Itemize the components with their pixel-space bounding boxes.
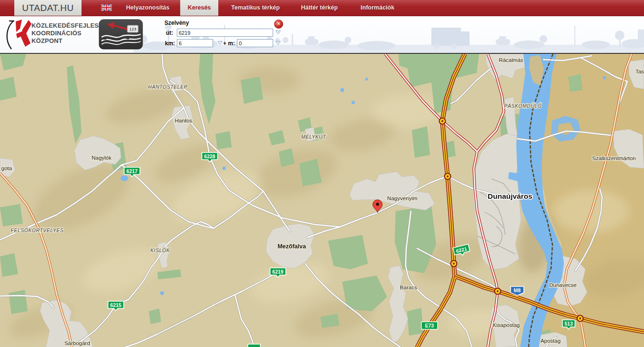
map-label-fels-kortv-lyes: FELSŐKORTVÉLYES <box>11 227 64 233</box>
map-label-szalkszentm-rton: Szalkszentmárton <box>592 155 635 161</box>
field-label-km: km: <box>165 40 175 47</box>
road-dropdown-arrow-icon[interactable] <box>275 30 281 35</box>
map-label-nagyl-k: Nagylók <box>92 155 112 161</box>
km-input[interactable] <box>177 39 213 47</box>
kkk-logo-icon <box>4 19 31 51</box>
nav-item-informaciok[interactable]: Információk <box>344 0 411 16</box>
roundabout-icon <box>495 288 501 295</box>
nav-item-tematikus-terkep[interactable]: Tematikus térkép <box>222 0 289 16</box>
map-label-r-calm-s: Rácalmás <box>499 57 523 63</box>
km-dropdown-arrow-icon[interactable] <box>217 41 223 45</box>
svg-text:6228: 6228 <box>204 153 215 159</box>
road-icon-badge: 123 <box>129 27 136 31</box>
roundabout-icon <box>445 174 451 180</box>
map-container: 62176228621562196221513E73M8 HANTOSTELEP… <box>0 54 644 347</box>
map-label-apostag: Apostag <box>541 338 561 344</box>
header-strip: KÖZLEKEDÉSFEJLESZTÉSI KOORDINÁCIÓS KÖZPO… <box>0 16 644 54</box>
map-label-kisapostag: Kisapostag <box>493 322 520 328</box>
roundabout-icon <box>577 316 583 322</box>
brand-tab[interactable]: UTADAT.HU <box>14 0 82 16</box>
map-label-m-lyk-t: MÉLYKÚT <box>301 134 327 140</box>
map-label-p-skomd-l: PÁSKOMDŰLŐ <box>504 102 542 109</box>
svg-text:M8: M8 <box>514 287 521 293</box>
close-icon[interactable]: ✕ <box>274 20 283 29</box>
map-label-kisl-k: KISLÓK <box>151 247 170 253</box>
nav-item-hatter-terkep[interactable]: Háttér térkép <box>286 0 353 16</box>
field-label-m: + m: <box>223 40 235 47</box>
map-label-dunavecse: Dunavecse <box>549 282 577 288</box>
map-label-tass: Tass <box>635 69 644 74</box>
map-label-hantos: Hantos <box>175 118 193 123</box>
map-label-baracs: Baracs <box>400 285 417 290</box>
map-label-nagyvenyim: Nagyvenyim <box>387 195 417 201</box>
field-label-ut: út: <box>166 30 173 36</box>
svg-text:6219: 6219 <box>272 269 284 275</box>
svg-text:6217: 6217 <box>126 168 138 174</box>
road-shield-unnamed <box>248 344 261 347</box>
roundabout-icon <box>451 261 457 267</box>
map-label-gota: gota <box>1 165 12 171</box>
roundabout-icon <box>440 118 446 124</box>
map-label-hantostelep: HANTOSTELEP <box>148 84 187 90</box>
map-canvas[interactable]: 62176228621562196221513E73M8 HANTOSTELEP… <box>0 54 644 347</box>
road-number-input[interactable] <box>177 29 273 37</box>
map-label-mez-falva: Mezőfalva <box>277 243 307 250</box>
meter-input[interactable] <box>237 39 273 47</box>
form-title: Szelvény <box>164 20 189 26</box>
top-navbar: UTADAT.HU Helyazonosítás Keresés Tematik… <box>0 0 644 16</box>
svg-text:E73: E73 <box>425 323 434 328</box>
svg-text:6215: 6215 <box>110 302 122 308</box>
nav-item-kereses[interactable]: Keresés <box>180 0 218 16</box>
map-label-duna-jv-ros: Dunaújváros <box>488 192 532 200</box>
meter-dropdown-arrow-icon[interactable] <box>275 41 281 45</box>
uk-flag-icon[interactable] <box>101 4 112 11</box>
road-section-icon[interactable]: 123 <box>99 19 143 50</box>
road-shield-e73: E73 <box>421 322 438 329</box>
map-label-s-rbog-rd: Sárbogárd <box>64 340 90 346</box>
svg-text:513: 513 <box>564 321 573 327</box>
nav-item-helyazonositas[interactable]: Helyazonosítás <box>120 0 175 16</box>
